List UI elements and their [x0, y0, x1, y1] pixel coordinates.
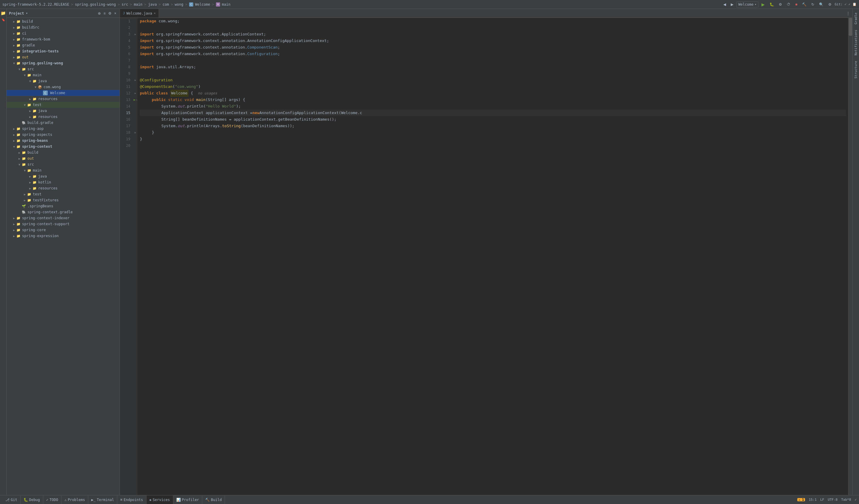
tree-item-sc-testfixtures[interactable]: ▶ 📁 testFixtures: [6, 197, 120, 203]
profile-button[interactable]: ⏱: [785, 2, 792, 7]
tab-endpoints[interactable]: ⌘ Endpoints: [117, 495, 146, 504]
gutter-3[interactable]: ▶: [133, 31, 137, 37]
charset[interactable]: UTF-8: [828, 498, 838, 502]
run-button[interactable]: ▶: [760, 1, 767, 7]
back-button[interactable]: ◀: [722, 2, 728, 7]
panel-scope-btn[interactable]: ⊕: [97, 11, 102, 16]
tree-item-spring-core[interactable]: ▶ 📁 spring-core: [6, 227, 120, 233]
tree-label: src: [27, 67, 34, 71]
tree-item-welcome[interactable]: C Welcome: [6, 90, 120, 96]
tab-welcome-java[interactable]: J Welcome.java ×: [120, 9, 159, 18]
tree-item-sc-test[interactable]: ▶ 📁 test: [6, 191, 120, 197]
tree-item-sc-src[interactable]: ▼ 📁 src: [6, 161, 120, 168]
tree-item-test-resources[interactable]: ▶ 📁 resources: [6, 114, 120, 120]
build-button[interactable]: 🔨: [800, 2, 808, 7]
tree-item-springbeans[interactable]: 🌱 .springBeans: [6, 203, 120, 209]
gradle-panel-btn[interactable]: Gradle: [853, 10, 858, 27]
debug-button[interactable]: 🐛: [768, 2, 776, 7]
tree-item-framework-bom[interactable]: ▶ 📁 framework-bom: [6, 36, 120, 42]
tree-item-spring-aspects[interactable]: ▶ 📁 spring-aspects: [6, 132, 120, 138]
tree-item-build-gradle[interactable]: 🐘 build.gradle: [6, 120, 120, 126]
project-icon[interactable]: 📁: [0, 10, 6, 16]
breadcrumb-project[interactable]: spring-framework-5.2.22.RELEASE: [2, 2, 69, 6]
tab-menu-btn[interactable]: ⋮: [844, 11, 853, 15]
tree-item-spring-aop[interactable]: ▶ 📁 spring-aop: [6, 126, 120, 132]
cursor-position[interactable]: 15:1: [809, 498, 817, 502]
tab-todo[interactable]: ✓ TODO: [43, 495, 61, 504]
tree-item-sc-out[interactable]: ▶ 📁 out: [6, 156, 120, 161]
tree-item-buildSrc[interactable]: ▶ 📁 buildSrc: [6, 25, 120, 30]
main-content: 📁 🔖 Project ▾ ⊕ ≡ ⚙ × ▶ 📁 build: [0, 9, 859, 495]
breadcrumb-src[interactable]: src: [122, 2, 128, 6]
structure-panel-btn[interactable]: Structure: [853, 58, 858, 81]
tree-item-com-wong[interactable]: ▼ 📦 com.wong: [6, 84, 120, 90]
tree-item-spring-context-support[interactable]: ▶ 📁 spring-context-support: [6, 221, 120, 227]
warning-badge[interactable]: ⚠ 1: [797, 498, 805, 501]
tab-build[interactable]: 🔨 Build: [202, 495, 225, 504]
tree-item-out[interactable]: ▶ 📁 out: [6, 54, 120, 60]
panel-dropdown-icon[interactable]: ▾: [26, 11, 28, 15]
breadcrumb-class[interactable]: Welcome: [195, 2, 210, 6]
search-button[interactable]: 🔍: [817, 2, 825, 7]
tree-item-test[interactable]: ▼ 📁 test: [6, 102, 120, 108]
tree-item-sc-resources[interactable]: ▶ 📁 resources: [6, 185, 120, 191]
breadcrumb-module[interactable]: spring.gosling-wong: [75, 2, 116, 6]
tab-problems[interactable]: ⚠ Problems: [61, 495, 88, 504]
tab-profiler[interactable]: 📊 Profiler: [173, 495, 202, 504]
breadcrumb-wong[interactable]: wong: [175, 2, 183, 6]
run-gutter-12[interactable]: ▶: [133, 90, 137, 96]
breadcrumb-com[interactable]: com: [163, 2, 169, 6]
forward-button[interactable]: ▶: [729, 2, 735, 7]
tree-item-sc-main[interactable]: ▼ 📁 main: [6, 168, 120, 173]
notifications-panel-btn[interactable]: Notifications: [853, 27, 858, 58]
tree-item-gradle[interactable]: ▶ 📁 gradle: [6, 42, 120, 48]
tree-item-src[interactable]: ▼ 📁 src: [6, 66, 120, 72]
tree-item-sc-build[interactable]: ▶ 📁 build: [6, 149, 120, 156]
tab-git-label: Git: [11, 498, 17, 502]
tree-item-sc-java[interactable]: ▶ 📁 java: [6, 173, 120, 179]
tree-item-spring-context-indexer[interactable]: ▶ 📁 spring-context-indexer: [6, 215, 120, 221]
tree-item-java[interactable]: ▼ 📁 java: [6, 78, 120, 84]
tree-item-spring-beans[interactable]: ▶ 📁 spring-beans: [6, 138, 120, 144]
settings-button[interactable]: ⚙: [827, 2, 833, 7]
panel-collapse-btn[interactable]: ≡: [103, 11, 106, 16]
tree-item-spring-gosling-wong[interactable]: ▼ 📁 spring.gosling-wong: [6, 60, 120, 66]
tree-item-spring-context[interactable]: ▼ 📁 spring-context: [6, 144, 120, 149]
tree-item-integration-tests[interactable]: ▶ 📁 integration-tests: [6, 48, 120, 54]
tab-git[interactable]: ⎇ Git: [2, 495, 20, 504]
stop-button[interactable]: ■: [794, 2, 799, 7]
code-editor[interactable]: package com.wong; import org.springframe…: [137, 18, 848, 495]
tab-endpoints-label: Endpoints: [123, 498, 143, 502]
tab-close-btn[interactable]: ×: [154, 11, 156, 15]
breadcrumb-method[interactable]: main: [222, 2, 230, 6]
tab-terminal[interactable]: ▶_ Terminal: [88, 495, 117, 504]
tree-item-resources[interactable]: ▶ 📁 resources: [6, 96, 120, 102]
tree-item-test-java[interactable]: ▶ 📁 java: [6, 108, 120, 114]
scrollbar-thumb[interactable]: [849, 18, 852, 36]
run-gutter-13[interactable]: ▶ ◇: [133, 96, 137, 103]
coverage-button[interactable]: ⚙: [777, 2, 784, 7]
breadcrumb-sep7: >: [185, 2, 187, 6]
breadcrumb-main[interactable]: main: [134, 2, 142, 6]
breadcrumb-java[interactable]: java: [148, 2, 157, 6]
gutter-18[interactable]: ▶: [133, 129, 137, 136]
line-num-4: 4: [120, 37, 133, 44]
reload-button[interactable]: ↻: [810, 2, 816, 7]
run-config-dropdown-icon[interactable]: ▾: [755, 3, 756, 6]
tab-debug[interactable]: 🐛 Debug: [20, 495, 43, 504]
tree-arrow: ▶: [12, 222, 16, 226]
gutter-10[interactable]: ▶: [133, 77, 137, 83]
panel-gear-btn[interactable]: ⚙: [107, 11, 112, 16]
panel-close-btn[interactable]: ×: [113, 11, 117, 16]
indent[interactable]: Tab*8: [841, 498, 851, 502]
tree-item-build[interactable]: ▶ 📁 build: [6, 18, 120, 25]
tree-item-spring-expression[interactable]: ▶ 📁 spring-expression: [6, 233, 120, 239]
tree-item-main[interactable]: ▼ 📁 main: [6, 72, 120, 78]
tab-services[interactable]: ◈ Services: [147, 495, 173, 504]
bookmarks-icon[interactable]: 🔖: [0, 17, 6, 22]
tree-item-sc-kotlin[interactable]: ▶ 📁 kotlin: [6, 179, 120, 185]
editor-scrollbar[interactable]: [848, 18, 853, 495]
tree-item-ci[interactable]: ▶ 📁 ci: [6, 30, 120, 36]
tree-item-sc-gradle[interactable]: 🐘 spring-context.gradle: [6, 209, 120, 215]
line-endings[interactable]: LF: [820, 498, 824, 502]
